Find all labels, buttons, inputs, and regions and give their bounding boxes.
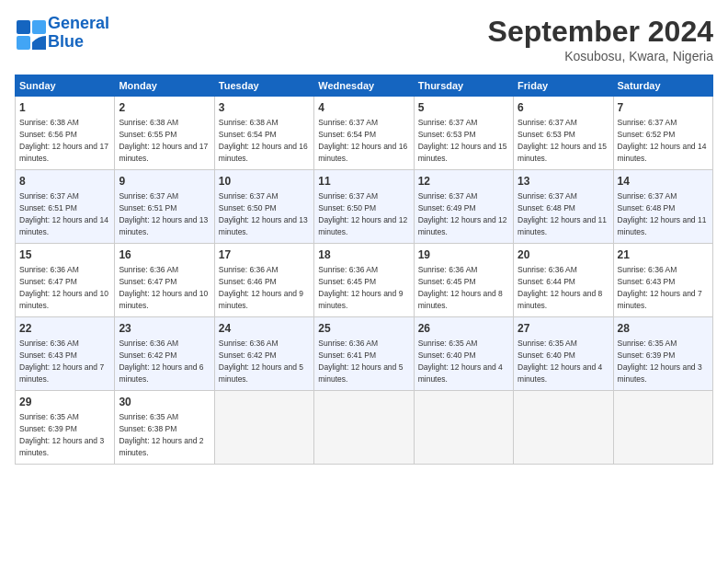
calendar-cell: 25 Sunrise: 6:36 AMSunset: 6:41 PMDaylig… [314,317,414,391]
calendar-cell: 21 Sunrise: 6:36 AMSunset: 6:43 PMDaylig… [613,244,712,317]
day-number: 30 [119,395,210,409]
day-info: Sunrise: 6:36 AMSunset: 6:42 PMDaylight:… [119,339,203,383]
day-info: Sunrise: 6:37 AMSunset: 6:51 PMDaylight:… [19,191,108,236]
calendar-cell [613,391,712,465]
calendar-cell: 11 Sunrise: 6:37 AMSunset: 6:50 PMDaylig… [314,170,414,244]
title-block: September 2024 Kosubosu, Kwara, Nigeria [488,15,713,63]
day-number: 17 [219,247,310,262]
calendar-cell [314,391,414,465]
day-info: Sunrise: 6:38 AMSunset: 6:55 PMDaylight:… [119,118,208,162]
day-number: 13 [518,174,609,189]
day-number: 12 [418,174,509,189]
day-number: 29 [19,395,110,409]
day-info: Sunrise: 6:36 AMSunset: 6:47 PMDaylight:… [119,265,208,309]
day-header-wednesday: Wednesday [314,75,414,97]
calendar-cell: 1 Sunrise: 6:38 AMSunset: 6:56 PMDayligh… [16,97,115,170]
calendar-cell [514,391,613,465]
day-number: 22 [19,321,110,336]
day-info: Sunrise: 6:37 AMSunset: 6:53 PMDaylight:… [418,118,507,162]
day-info: Sunrise: 6:36 AMSunset: 6:47 PMDaylight:… [19,265,108,309]
day-number: 24 [219,321,310,336]
calendar-cell: 27 Sunrise: 6:35 AMSunset: 6:40 PMDaylig… [514,317,613,391]
calendar-table: SundayMondayTuesdayWednesdayThursdayFrid… [15,75,713,465]
calendar-cell [414,391,513,465]
day-info: Sunrise: 6:37 AMSunset: 6:53 PMDaylight:… [518,118,607,162]
calendar-header-row: SundayMondayTuesdayWednesdayThursdayFrid… [16,75,713,97]
day-info: Sunrise: 6:37 AMSunset: 6:52 PMDaylight:… [618,118,707,162]
calendar-cell: 18 Sunrise: 6:36 AMSunset: 6:45 PMDaylig… [314,244,414,317]
day-info: Sunrise: 6:36 AMSunset: 6:43 PMDaylight:… [19,339,104,383]
day-info: Sunrise: 6:36 AMSunset: 6:41 PMDaylight:… [318,339,403,383]
day-number: 2 [119,100,210,115]
svg-rect-2 [17,36,30,50]
day-number: 7 [618,100,709,115]
day-number: 9 [119,174,210,189]
calendar-cell: 2 Sunrise: 6:38 AMSunset: 6:55 PMDayligh… [115,97,214,170]
logo-icon [15,18,44,48]
day-info: Sunrise: 6:36 AMSunset: 6:43 PMDaylight:… [618,265,702,309]
calendar-cell: 23 Sunrise: 6:36 AMSunset: 6:42 PMDaylig… [115,317,214,391]
day-info: Sunrise: 6:36 AMSunset: 6:44 PMDaylight:… [518,265,602,309]
day-header-saturday: Saturday [613,75,712,97]
calendar-week-3: 15 Sunrise: 6:36 AMSunset: 6:47 PMDaylig… [16,244,713,317]
day-number: 1 [19,100,110,115]
day-info: Sunrise: 6:36 AMSunset: 6:45 PMDaylight:… [318,265,403,309]
calendar-cell: 20 Sunrise: 6:36 AMSunset: 6:44 PMDaylig… [514,244,613,317]
calendar-week-5: 29 Sunrise: 6:35 AMSunset: 6:39 PMDaylig… [16,391,713,465]
day-number: 6 [518,100,609,115]
calendar-cell: 4 Sunrise: 6:37 AMSunset: 6:54 PMDayligh… [314,97,414,170]
calendar-cell: 30 Sunrise: 6:35 AMSunset: 6:38 PMDaylig… [115,391,214,465]
day-info: Sunrise: 6:37 AMSunset: 6:51 PMDaylight:… [119,191,208,236]
calendar-cell: 5 Sunrise: 6:37 AMSunset: 6:53 PMDayligh… [414,97,513,170]
calendar-cell: 24 Sunrise: 6:36 AMSunset: 6:42 PMDaylig… [214,317,313,391]
calendar-cell: 12 Sunrise: 6:37 AMSunset: 6:49 PMDaylig… [414,170,513,244]
day-number: 25 [318,321,409,336]
day-info: Sunrise: 6:37 AMSunset: 6:49 PMDaylight:… [418,191,507,236]
day-info: Sunrise: 6:35 AMSunset: 6:40 PMDaylight:… [418,339,503,383]
day-number: 23 [119,321,210,336]
day-number: 3 [219,100,310,115]
calendar-cell [214,391,313,465]
day-info: Sunrise: 6:35 AMSunset: 6:39 PMDaylight:… [19,412,104,456]
calendar-cell: 15 Sunrise: 6:36 AMSunset: 6:47 PMDaylig… [16,244,115,317]
day-number: 11 [318,174,409,189]
day-header-friday: Friday [514,75,613,97]
calendar-cell: 7 Sunrise: 6:37 AMSunset: 6:52 PMDayligh… [613,97,712,170]
day-info: Sunrise: 6:35 AMSunset: 6:39 PMDaylight:… [618,339,702,383]
calendar-cell: 17 Sunrise: 6:36 AMSunset: 6:46 PMDaylig… [214,244,313,317]
logo-text: General Blue [48,15,109,52]
day-number: 16 [119,247,210,262]
day-info: Sunrise: 6:36 AMSunset: 6:42 PMDaylight:… [219,339,303,383]
day-number: 19 [418,247,509,262]
day-number: 28 [618,321,709,336]
day-info: Sunrise: 6:37 AMSunset: 6:48 PMDaylight:… [618,191,707,236]
day-number: 14 [618,174,709,189]
location-subtitle: Kosubosu, Kwara, Nigeria [488,49,713,63]
calendar-cell: 29 Sunrise: 6:35 AMSunset: 6:39 PMDaylig… [16,391,115,465]
day-header-tuesday: Tuesday [214,75,313,97]
day-info: Sunrise: 6:35 AMSunset: 6:38 PMDaylight:… [119,412,203,456]
logo-line2: Blue [48,32,84,51]
day-number: 18 [318,247,409,262]
day-number: 27 [518,321,609,336]
calendar-cell: 9 Sunrise: 6:37 AMSunset: 6:51 PMDayligh… [115,170,214,244]
calendar-cell: 6 Sunrise: 6:37 AMSunset: 6:53 PMDayligh… [514,97,613,170]
day-info: Sunrise: 6:38 AMSunset: 6:56 PMDaylight:… [19,118,108,162]
svg-rect-1 [32,20,46,34]
day-number: 10 [219,174,310,189]
calendar-cell: 8 Sunrise: 6:37 AMSunset: 6:51 PMDayligh… [16,170,115,244]
day-info: Sunrise: 6:38 AMSunset: 6:54 PMDaylight:… [219,118,308,162]
day-info: Sunrise: 6:37 AMSunset: 6:50 PMDaylight:… [219,191,308,236]
day-number: 5 [418,100,509,115]
calendar-cell: 14 Sunrise: 6:37 AMSunset: 6:48 PMDaylig… [613,170,712,244]
calendar-cell: 19 Sunrise: 6:36 AMSunset: 6:45 PMDaylig… [414,244,513,317]
day-number: 15 [19,247,110,262]
day-number: 8 [19,174,110,189]
day-info: Sunrise: 6:35 AMSunset: 6:40 PMDaylight:… [518,339,602,383]
logo: General Blue [15,15,109,52]
day-info: Sunrise: 6:36 AMSunset: 6:46 PMDaylight:… [219,265,303,309]
svg-rect-0 [17,20,30,34]
calendar-week-1: 1 Sunrise: 6:38 AMSunset: 6:56 PMDayligh… [16,97,713,170]
month-title: September 2024 [488,15,713,49]
day-header-sunday: Sunday [16,75,115,97]
